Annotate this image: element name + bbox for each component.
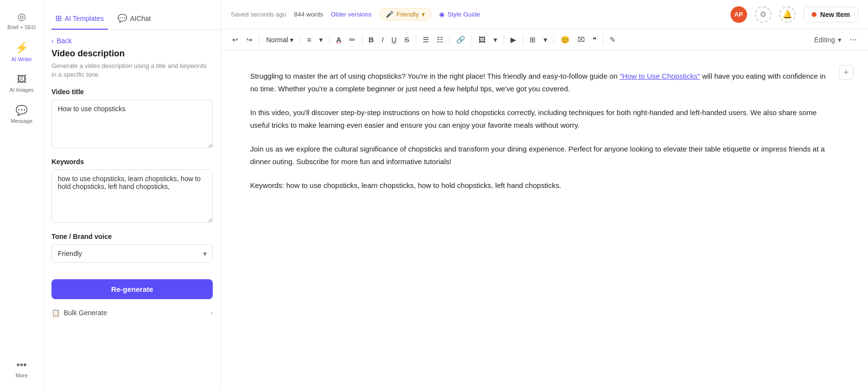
saved-status: Saved seconds ago [231,11,286,18]
toolbar-divider-8 [504,35,504,45]
underline-button[interactable]: U [388,33,400,46]
back-button[interactable]: ‹ Back [44,30,221,49]
new-item-dot [812,12,817,17]
main-editor-area: Saved seconds ago 844 words Older versio… [221,0,868,389]
sidebar-item-more-label: More [16,372,28,378]
tab-ai-templates[interactable]: ⊞ AI Templates [51,8,108,30]
bulk-generate-button[interactable]: 📋 Bulk Generate › [51,305,213,321]
left-panel: ⊞ AI Templates 💬 AIChat ‹ Back Video des… [44,0,221,389]
tone-chevron-icon: ▾ [422,11,425,18]
highlight-button[interactable]: ✏ [346,33,359,47]
panel-content: Video description Generate a video descr… [44,49,221,389]
toolbar-divider-6 [449,35,450,45]
toolbar-divider-2 [300,35,301,45]
tone-select[interactable]: Friendly Professional Casual Formal Witt… [51,244,213,263]
back-label: Back [57,37,72,45]
editing-label-text: Editing [814,36,835,44]
paragraph-1-text-before: Struggling to master the art of using ch… [250,72,620,80]
new-item-button[interactable]: New Item [803,7,858,22]
word-count: 844 words [294,11,323,18]
editor-content: + Struggling to master the art of using … [221,51,868,389]
link-button[interactable]: 🔗 [453,33,469,47]
quote-button[interactable]: ❝ [589,33,600,47]
keywords-group: Keywords how to use chopsticks, learn ch… [51,158,213,225]
video-title-group: Video title How to use chopsticks [51,88,213,150]
table-button[interactable]: ⊞ [526,33,539,47]
image-button[interactable]: 🖼 [475,33,489,46]
panel-tabs: ⊞ AI Templates 💬 AIChat [44,0,221,30]
special-chars-button[interactable]: ⌧ [574,34,588,46]
toolbar-more-button[interactable]: ··· [846,32,860,47]
tone-indicator[interactable]: 🎤 Friendly ▾ [379,8,431,20]
emoji-button[interactable]: 😊 [557,33,573,47]
paragraph-2: In this video, you'll discover step-by-s… [250,106,829,131]
tone-label: Tone / Brand voice [51,233,213,240]
redo-button[interactable]: ↪ [243,33,256,47]
play-button[interactable]: ▶ [507,33,520,47]
tone-indicator-label: Friendly [396,11,419,18]
bulk-generate-icon: 📋 [51,309,60,317]
top-bar: Saved seconds ago 844 words Older versio… [221,0,868,29]
align-chevron-button[interactable]: ▾ [316,33,326,47]
bulk-generate-arrow-icon: › [210,309,213,317]
toolbar-divider-5 [416,35,416,45]
templates-icon: ⊞ [55,14,62,23]
section-description: Generate a video description using a tit… [51,62,213,79]
paragraph-1: Struggling to master the art of using ch… [250,70,829,95]
toolbar-divider-3 [329,35,330,45]
bullet-list-button[interactable]: ☰ [419,33,432,47]
style-guide-label: Style Guide [447,11,480,18]
tab-ai-templates-label: AI Templates [65,15,104,22]
template-section: Video description Generate a video descr… [51,49,213,321]
toolbar-divider-9 [523,35,523,45]
editing-mode-button[interactable]: Editing ▾ [810,34,845,46]
toolbar-divider-10 [554,35,554,45]
strikethrough-button[interactable]: S [401,33,413,46]
settings-button[interactable]: ⚙ [755,6,771,23]
sidebar-item-brief-seo[interactable]: ◎ Brief + SEO [2,6,41,35]
paragraph-4: Keywords: how to use chopsticks, learn c… [250,179,829,192]
pencil-button[interactable]: ✎ [606,33,619,47]
tone-group: Tone / Brand voice Friendly Professional… [51,233,213,263]
italic-button[interactable]: I [378,33,387,46]
sidebar-item-message-label: Message [11,118,33,124]
toolbar-divider-7 [472,35,472,45]
lightning-icon: ⚡ [15,42,28,54]
paragraph-3: Join us as we explore the cultural signi… [250,143,829,168]
toolbar-divider-4 [362,35,362,45]
keywords-input[interactable]: how to use chopsticks, learn chopsticks,… [51,169,213,223]
add-content-button[interactable]: + [839,65,853,80]
align-button[interactable]: ≡ [304,33,315,46]
style-guide-link[interactable]: ◉ Style Guide [439,11,480,18]
sidebar-item-more[interactable]: ••• More [2,355,41,383]
sidebar-item-message[interactable]: 💬 Message [2,100,41,129]
microphone-icon: 🎤 [386,11,393,18]
video-title-label: Video title [51,88,213,96]
sidebar-item-ai-writer[interactable]: ⚡ AI Writer [2,37,41,67]
regenerate-button[interactable]: Re-generate [51,279,213,299]
sidebar-item-ai-writer-label: AI Writer [11,56,32,62]
image-chevron-button[interactable]: ▾ [490,33,501,47]
tab-ai-chat[interactable]: 💬 AIChat [114,8,155,30]
table-chevron-button[interactable]: ▾ [540,33,551,47]
how-to-use-chopsticks-link[interactable]: "How to Use Chopsticks" [620,72,700,80]
bulk-generate-left: 📋 Bulk Generate [51,309,107,317]
format-label: Normal [266,36,288,44]
sidebar-item-ai-images[interactable]: 🖼 AI Images [2,69,41,98]
image-icon: 🖼 [17,74,27,85]
bold-button[interactable]: B [365,33,377,46]
video-title-input[interactable]: How to use chopsticks [51,100,213,148]
tab-ai-chat-label: AIChat [130,15,151,22]
notifications-button[interactable]: 🔔 [779,6,796,23]
text-color-button[interactable]: A [333,33,345,46]
brief-seo-icon: ◎ [17,11,26,22]
toolbar-divider-11 [603,35,603,45]
gear-icon: ⚙ [760,10,766,19]
undo-button[interactable]: ↩ [229,33,242,47]
format-dropdown[interactable]: Normal ▾ [262,34,297,46]
older-versions-link[interactable]: Older versions [331,11,372,18]
toolbar-divider-1 [259,35,259,45]
far-sidebar: ◎ Brief + SEO ⚡ AI Writer 🖼 AI Images 💬 … [0,0,44,389]
numbered-list-button[interactable]: ☷ [433,33,446,47]
aichat-icon: 💬 [118,14,127,23]
